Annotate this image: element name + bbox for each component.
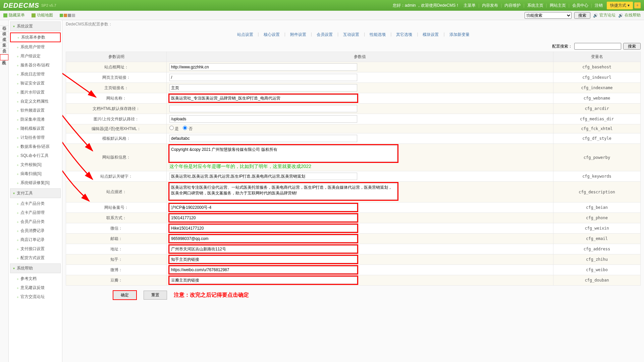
welcome-text: 您好：admin ，欢迎使用DedeCMS！ [393, 3, 460, 8]
config-search-input[interactable] [574, 43, 621, 50]
config-tab[interactable]: 性能选项 [368, 32, 387, 38]
param-input[interactable] [169, 266, 357, 274]
sidebar-item[interactable]: 会员产品分类 [10, 218, 61, 226]
topnav-link[interactable]: 网站主页 [547, 3, 569, 8]
config-tab[interactable]: 附件设置 [289, 32, 308, 38]
vtab-会员[interactable]: 会员 [0, 43, 8, 49]
vtab-核心[interactable]: 核心 [0, 20, 8, 26]
config-tab[interactable]: 模块设置 [421, 32, 440, 38]
vtab-系统[interactable]: 系统 [0, 54, 8, 60]
sidebar-item[interactable]: 文件校验[S] [10, 161, 61, 169]
forum-link[interactable]: 🔊官方论坛 [593, 12, 615, 18]
sidebar-item[interactable]: 会员消费记录 [10, 227, 61, 235]
sidebar-item[interactable]: 系统基本参数 [10, 33, 61, 42]
config-search-button[interactable]: 搜索 [623, 43, 641, 50]
param-input[interactable] [169, 277, 357, 284]
sidebar-item[interactable]: 防采集串混淆 [10, 115, 61, 124]
sidebar-group[interactable]: 支付工具 [10, 188, 61, 198]
topnav-link[interactable]: 会员中心 [570, 3, 591, 8]
sidebar-item[interactable]: 官方交流论坛 [10, 293, 61, 301]
vtab-采集[interactable]: 采集 [0, 37, 8, 43]
sidebar-item[interactable]: SQL命令行工具 [10, 152, 61, 160]
param-textarea[interactable] [169, 145, 397, 162]
config-tab[interactable]: 站点设置 [236, 32, 255, 38]
sidebar-item[interactable]: 病毒扫描[S] [10, 170, 61, 178]
sidebar-item[interactable]: 数据库备份/还原 [10, 142, 61, 151]
config-tab[interactable]: 核心设置 [262, 32, 281, 38]
sidebar-item[interactable]: 意见建议反馈 [10, 284, 61, 292]
config-tab[interactable]: 会员设置 [315, 32, 334, 38]
param-radio[interactable] [183, 126, 187, 130]
sidebar-item[interactable]: 系统日志管理 [10, 70, 61, 78]
sidebar-item[interactable]: 用户组设定 [10, 52, 61, 60]
topnav-link[interactable]: 主菜单 [461, 3, 478, 8]
theme-color-picker[interactable] [60, 14, 75, 17]
param-input[interactable] [169, 256, 357, 263]
param-name: 微信： [66, 223, 167, 234]
sidebar-item[interactable]: 自定义文档属性 [10, 97, 61, 106]
sidebar-item[interactable]: 配货方式设置 [10, 254, 61, 262]
param-var: cfg_douban [553, 275, 641, 286]
param-row: 图片/上传文件默认路径：cfg_medias_dir [66, 114, 641, 124]
param-input[interactable] [169, 225, 357, 232]
sidebar-item[interactable]: 参考文档 [10, 275, 61, 283]
sidebar-item[interactable]: 支付接口设置 [10, 245, 61, 253]
quick-add-button[interactable]: + [634, 2, 641, 8]
config-tab[interactable]: 添加新变量 [448, 32, 471, 38]
sidebar-item[interactable]: 随机模板设置 [10, 124, 61, 133]
sidebar-item[interactable]: 验证安全设置 [10, 79, 61, 87]
vtab-生成[interactable]: 生成 [0, 32, 8, 37]
sidebar-item[interactable]: 系统用户管理 [10, 43, 61, 51]
param-name: 主页链接名： [66, 83, 167, 93]
param-radio[interactable] [169, 126, 174, 130]
sidebar-group[interactable]: 系统设置 [10, 21, 61, 31]
help-link[interactable]: 🔊在线帮助 [618, 12, 641, 18]
param-input[interactable] [169, 105, 357, 112]
sitemap-button[interactable]: 功能地图 [32, 12, 53, 18]
param-value [167, 182, 553, 202]
param-value [167, 62, 553, 72]
sidebar-group[interactable]: 系统帮助 [10, 263, 61, 273]
param-input[interactable] [169, 173, 357, 180]
vtab-模板[interactable]: 模板 [0, 49, 8, 54]
param-var: cfg_keywords [553, 171, 641, 182]
param-input[interactable] [169, 115, 357, 123]
function-search-button[interactable]: 搜索 [574, 12, 590, 19]
config-tab[interactable]: 其它选项 [395, 32, 414, 38]
topnav-link[interactable]: 注销 [592, 3, 605, 8]
hide-menu-button[interactable]: 隐藏菜单 [3, 12, 25, 18]
param-input[interactable] [169, 63, 357, 71]
param-row: 模板默认风格：cfg_df_style [66, 133, 641, 144]
config-tab[interactable]: 互动设置 [342, 32, 361, 38]
param-input[interactable] [169, 235, 357, 242]
param-input[interactable] [169, 95, 357, 102]
param-value [167, 133, 553, 144]
param-input[interactable] [169, 74, 357, 81]
sidebar-item[interactable]: 图片水印设置 [10, 88, 61, 97]
sidebar-item[interactable]: 点卡产品管理 [10, 208, 61, 217]
param-input[interactable] [169, 204, 357, 211]
quick-access-button[interactable]: 快捷方式 ▾ [607, 2, 633, 9]
vtab-模块[interactable]: 模块 [0, 26, 8, 32]
sidebar-item[interactable]: 点卡产品分类 [10, 199, 61, 208]
topnav-link[interactable]: 内容发布 [479, 3, 501, 8]
topnav-link[interactable]: 内容维护 [502, 3, 523, 8]
sidebar-item[interactable]: 计划任务管理 [10, 133, 61, 142]
param-value: 这个年份是对应今年是哪一年的，比如到了明年，这里就要改成2022 [167, 144, 553, 171]
param-name: 网站版权信息： [66, 144, 167, 171]
sidebar-item[interactable]: 商店订单记录 [10, 236, 61, 244]
sidebar-item[interactable]: 系统错误修复[S] [10, 179, 61, 187]
submit-button[interactable]: 确定 [113, 290, 137, 300]
param-input[interactable] [169, 245, 357, 253]
reset-button[interactable]: 重置 [144, 291, 167, 300]
param-name: 微博： [66, 265, 167, 275]
function-search-select[interactable]: 功能搜索 [525, 12, 572, 19]
sidebar-item[interactable]: 服务器分布/远程 [10, 61, 61, 69]
param-row: 地址：cfg_address [66, 244, 641, 254]
param-input[interactable] [169, 214, 357, 222]
param-textarea[interactable] [169, 183, 397, 200]
sidebar-item[interactable]: 软件频道设置 [10, 106, 61, 115]
param-input[interactable] [169, 84, 357, 92]
topnav-link[interactable]: 系统主页 [525, 3, 546, 8]
param-input[interactable] [169, 135, 357, 142]
